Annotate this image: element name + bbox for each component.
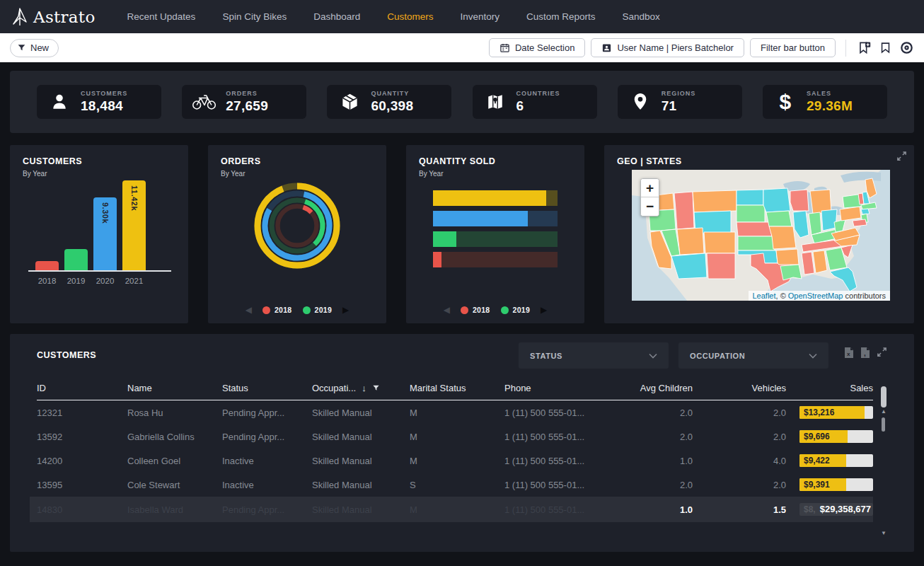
brand-name: Astrato [33,8,96,26]
bar-value-label: 11.42k [130,185,139,211]
chart-subtitle: By Year [419,170,572,178]
legend-item-2019[interactable]: 2019 [501,306,531,314]
kpi-label: ORDERS [226,90,268,97]
user-name-label: User Name | Piers Batchelor [617,42,734,53]
kpi-value: 18,484 [81,98,127,114]
grid-scrollbar-thumb[interactable] [882,417,885,432]
col-header-avg-children[interactable]: Avg Children [616,383,693,393]
nav-item-dashboard[interactable]: Dashboard [300,11,374,22]
table-totals-row: 14830 Isabella Ward Pending Appr... Skil… [30,497,873,522]
leaflet-link[interactable]: Leaflet [753,291,776,300]
legend-dot [262,306,270,314]
kpi-label: COUNTRIES [516,90,560,97]
col-header-id[interactable]: ID [37,383,127,393]
date-selection-button[interactable]: Date Selection [489,38,586,57]
col-header-vehicles[interactable]: Vehicles [693,383,786,393]
table-row[interactable]: 12321 Rosa Hu Pending Appr... Skilled Ma… [37,400,873,424]
expand-icon[interactable] [896,151,907,161]
table-scrollbar-thumb[interactable] [881,386,887,408]
nav-item-custom-reports[interactable]: Custom Reports [513,11,609,22]
total-avg-children: 1.0 [616,504,693,515]
nav-item-customers[interactable]: Customers [374,11,446,22]
table-row[interactable]: 14200 Colleen Goel Inactive Skilled Manu… [37,449,873,473]
chart-subtitle: By Year [23,170,175,178]
kpi-label: QUANTITY [371,90,413,97]
legend-prev-icon[interactable]: ◀ [246,306,252,314]
col-header-occupation[interactable]: Occupati... ↓ [312,383,410,393]
export-excel-icon[interactable]: x [844,347,854,359]
kpi-value: 27,659 [226,98,268,114]
sort-descending-icon[interactable]: ↓ [362,383,366,393]
bar-2021[interactable]: 11.42k [122,180,146,270]
astrato-logo[interactable]: Astrato [11,8,96,26]
export-csv-icon[interactable]: , [860,347,870,359]
filter-bar-button[interactable]: Filter bar button [750,38,836,57]
nav-item-sandbox[interactable]: Sandbox [609,11,674,22]
scroll-down-icon[interactable]: ▼ [881,531,886,536]
legend-item-2018[interactable]: 2018 [461,306,490,314]
col-header-status[interactable]: Status [222,383,312,393]
x-tick: 2018 [35,277,59,285]
bar-2020[interactable]: 9.30k [93,197,117,270]
charts-row: CUSTOMERS By Year 9.30k 11.42k 2018 2019… [10,145,914,323]
bicycle-icon [192,93,217,111]
bookmark-add-icon[interactable] [856,40,872,56]
table-row[interactable]: 13595 Cole Stewart Inactive Skilled Manu… [37,473,873,497]
occupation-filter-dropdown[interactable]: OCCUPATION [678,342,828,369]
top-nav: Astrato Recent Updates Spin City Bikes D… [0,0,924,33]
new-filter-button[interactable]: New [10,39,59,57]
bar-2019[interactable] [64,249,88,270]
legend-prev-icon[interactable]: ◀ [444,306,450,314]
legend-item-2018[interactable]: 2018 [262,306,292,314]
us-states-choropleth: .st { stroke:#ffffff; stroke-width:0.9; … [632,170,890,301]
kpi-value: 29.36M [807,98,853,114]
leaflet-map[interactable]: .st { stroke:#ffffff; stroke-width:0.9; … [632,170,890,301]
expand-icon[interactable] [877,347,887,359]
visibility-eye-icon[interactable] [899,40,914,56]
bookmark-icon[interactable] [877,40,893,56]
column-filter-icon[interactable] [372,384,380,392]
sales-data-bar: $13,216 [799,406,873,419]
legend-next-icon[interactable]: ▶ [342,306,349,314]
hbar-2020[interactable] [433,211,558,226]
legend-item-2019[interactable]: 2019 [303,306,333,314]
kpi-value: 71 [662,98,696,114]
hbar-2019[interactable] [433,231,558,247]
total-vehicles: 1.5 [693,504,786,515]
x-tick: 2020 [93,277,117,285]
hbar-2018[interactable] [433,252,558,267]
nav-item-spin-city-bikes[interactable]: Spin City Bikes [209,11,300,22]
col-header-sales[interactable]: Sales [786,383,873,393]
col-header-marital-status[interactable]: Marital Status [410,383,504,393]
chart-title: GEO | STATES [617,156,901,166]
openstreetmap-link[interactable]: OpenStreetMap [788,291,843,300]
zoom-out-button[interactable]: − [641,197,659,216]
table-row[interactable]: 13592 Gabriella Collins Pending Appr... … [37,424,873,449]
nav-item-recent-updates[interactable]: Recent Updates [114,11,209,22]
sales-data-bar: $9,391 [799,478,873,491]
kpi-label: CUSTOMERS [81,90,127,97]
bar-2018[interactable] [35,261,59,270]
quantity-sold-chart-card: QUANTITY SOLD By Year ◀ 2018 2019 ▶ [406,145,584,323]
sales-data-bar: $9,422 [799,454,873,467]
pin-icon [628,91,653,112]
hbar-2021[interactable] [433,190,558,206]
scroll-up-icon[interactable]: ▲ [881,409,886,415]
legend-next-icon[interactable]: ▶ [541,306,547,314]
status-filter-dropdown[interactable]: STATUS [519,342,669,369]
astrato-logo-icon [11,8,28,26]
toolbar-divider [845,40,846,57]
nav-item-inventory[interactable]: Inventory [446,11,513,22]
table-title: CUSTOMERS [37,350,96,360]
x-tick: 2021 [122,277,146,285]
filter-funnel-icon [17,43,26,52]
user-name-button[interactable]: User Name | Piers Batchelor [591,38,744,57]
col-header-phone[interactable]: Phone [504,383,616,393]
col-header-name[interactable]: Name [127,383,222,393]
svg-text:x: x [847,351,850,357]
zoom-in-button[interactable]: + [641,179,659,197]
chart-subtitle: By Year [221,170,374,178]
grid-scrollbar[interactable]: ▲ ▼ [881,409,886,536]
dollar-icon: $ [773,91,798,112]
sales-data-bar: $9,696 [799,430,873,443]
